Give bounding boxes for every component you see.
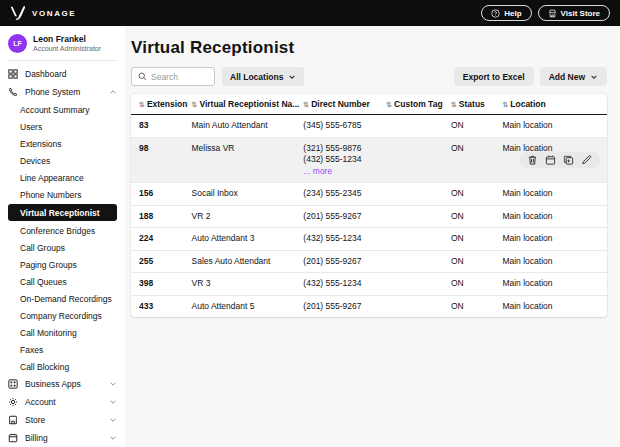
search-box[interactable] [131,67,215,86]
table-row[interactable]: 224Auto Attendant 3(432) 555-1234ONMain … [131,228,607,251]
cell-extension: 224 [131,228,192,251]
sidebar-item-virtual-receptionist[interactable]: Virtual Receptionist [8,204,117,221]
sidebar-item-account-summary[interactable]: Account Summary [0,101,125,118]
cell-name: Socail Inbox [192,183,304,206]
direct-number: (432) 555-1234 [303,233,382,245]
location-label: Main location [502,301,552,311]
column-header[interactable]: ⇅Custom Tag [386,94,451,115]
sidebar-item-line-appearance[interactable]: Line Appearance [0,169,125,186]
export-label: Export to Excel [463,72,525,82]
direct-number: (201) 555-9267 [303,301,382,313]
gear-icon [8,397,18,407]
cell-custom-tag [386,250,451,273]
location-label: Main location [502,211,552,221]
sidebar-item-account[interactable]: Account [0,393,125,411]
sidebar-item-company-recordings[interactable]: Company Recordings [0,307,125,324]
sidebar-item-phone-system[interactable]: Phone System [0,83,125,101]
cell-direct-number: (201) 555-9267 [303,295,386,317]
sort-icon[interactable]: ⇅ [451,101,456,108]
direct-number: (432) 555-1234 [303,278,382,290]
table-row[interactable]: 156Socail Inbox(234) 555-2345ONMain loca… [131,183,607,206]
nav-item-label: Business Apps [25,379,81,389]
cell-custom-tag [386,183,451,206]
question-circle-icon [491,9,500,18]
cell-direct-number: (345) 555-6785 [303,115,386,138]
sidebar-item-phone-numbers[interactable]: Phone Numbers [0,186,125,203]
brand-wordmark: VONAGE [32,9,76,18]
chevron-down-icon [109,398,117,406]
add-new-button[interactable]: Add New [540,67,607,86]
sidebar-item-call-queues[interactable]: Call Queues [0,273,125,290]
row-actions [519,151,600,168]
table-row[interactable]: 433Auto Attendant 5(201) 555-9267ONMain … [131,295,607,317]
table-row[interactable]: 398VR 3(432) 555-1234ONMain location [131,273,607,296]
cell-extension: 156 [131,183,192,206]
sort-icon[interactable]: ⇅ [192,101,197,108]
trash-button[interactable] [527,154,538,165]
sidebar-item-call-monitoring[interactable]: Call Monitoring [0,324,125,341]
table-row[interactable]: 98Melissa VR(321) 555-9876(432) 555-1234… [131,137,607,183]
cell-location: Main location [502,183,607,206]
table-body: 83Main Auto Attendant(345) 555-6785ONMai… [131,115,607,318]
vonage-v-icon [10,6,25,20]
nav-item-label: Billing [25,433,48,443]
export-to-excel-button[interactable]: Export to Excel [454,67,534,86]
sort-icon[interactable]: ⇅ [139,101,144,108]
visit-store-button[interactable]: Visit Store [538,5,610,21]
column-header[interactable]: ⇅Direct Number [303,94,386,115]
chevron-down-icon [109,380,117,388]
sidebar-item-dashboard[interactable]: Dashboard [0,65,125,83]
column-header-label: Extension [147,99,188,109]
table-row[interactable]: 188VR 2(201) 555-9267ONMain location [131,205,607,228]
column-header[interactable]: ⇅Location [502,94,607,115]
sidebar-item-on-demand-recordings[interactable]: On-Demand Recordings [0,290,125,307]
user-name: Leon Frankel [33,34,101,44]
cell-name: VR 2 [192,205,304,228]
copy-button[interactable] [563,154,574,165]
cell-custom-tag [386,295,451,317]
sidebar-item-faxes[interactable]: Faxes [0,341,125,358]
column-header-label: Virtual Receptionist Na... [199,99,299,109]
location-label: Main location [502,188,552,198]
sort-icon[interactable]: ⇅ [386,101,391,108]
cell-direct-number: (234) 555-2345 [303,183,386,206]
sort-icon[interactable]: ⇅ [502,101,507,108]
search-input[interactable] [151,72,208,82]
cell-location: Main location [502,250,607,273]
help-button[interactable]: Help [481,5,531,21]
table-row[interactable]: 83Main Auto Attendant(345) 555-6785ONMai… [131,115,607,138]
pencil-button[interactable] [581,154,592,165]
copy-icon [563,154,574,165]
cell-location: Main location [502,115,607,138]
visit-store-label: Visit Store [561,9,600,18]
location-filter-dropdown[interactable]: All Locations [222,67,304,86]
sidebar-item-extensions[interactable]: Extensions [0,135,125,152]
main-content: Virtual Receptionist All Locations Expor… [125,26,620,447]
column-header[interactable]: ⇅Extension [131,94,192,115]
sidebar-item-store[interactable]: Store [0,411,125,429]
sidebar-item-users[interactable]: Users [0,118,125,135]
billing-icon [8,433,18,443]
column-header[interactable]: ⇅Status [451,94,502,115]
cell-status: ON [451,273,502,296]
column-header[interactable]: ⇅Virtual Receptionist Na... [192,94,304,115]
sidebar-item-call-groups[interactable]: Call Groups [0,239,125,256]
sort-icon[interactable]: ⇅ [303,101,308,108]
cell-direct-number: (432) 555-1234 [303,273,386,296]
nav-item-label: Phone System [25,87,80,97]
sidebar-item-billing[interactable]: Billing [0,429,125,447]
calendar-button[interactable] [545,154,556,165]
sidebar-item-business-apps[interactable]: Business Apps [0,375,125,393]
sidebar-item-devices[interactable]: Devices [0,152,125,169]
sidebar-item-paging-groups[interactable]: Paging Groups [0,256,125,273]
sidebar-item-conference-bridges[interactable]: Conference Bridges [0,222,125,239]
sidebar-divider [8,60,117,61]
cell-status: ON [451,137,502,183]
chevron-down-icon [590,73,598,81]
trash-icon [527,154,538,165]
user-chip[interactable]: LF Leon Frankel Account Administrator [0,26,125,60]
cell-location: Main location [502,295,607,317]
sidebar-item-call-blocking[interactable]: Call Blocking [0,358,125,375]
more-numbers-link[interactable]: ... more [303,166,382,178]
table-row[interactable]: 255Sales Auto Attendant(201) 555-9267ONM… [131,250,607,273]
